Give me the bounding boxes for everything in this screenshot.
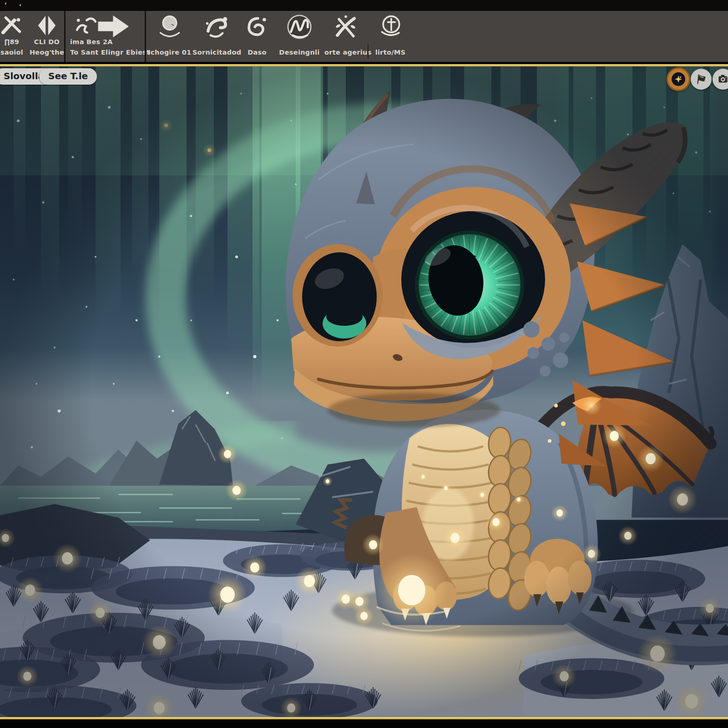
toolbar-divider [64, 11, 66, 62]
image-viewport: Slovolla See T.le [0, 66, 728, 717]
dragon-aurora-scene [0, 66, 728, 717]
toolbar-item-ichogire[interactable]: Ichogire 01 [147, 11, 192, 62]
flag-icon [694, 72, 708, 86]
pencil-strike-icon [0, 14, 24, 39]
gold-trim-bottom [0, 717, 728, 719]
toolbar-item-sornicitadod[interactable]: Sornicitadod [192, 11, 241, 62]
sphere-icon [157, 14, 183, 41]
brush-swirl-icon [203, 14, 230, 41]
toolbar: ∏89 saoiol CLI DO Heog'the ima Bes 2A To… [0, 11, 728, 65]
gold-trim-top [0, 64, 728, 66]
toolbar-item-heogthe[interactable]: CLI DO Heog'the [29, 11, 65, 62]
coin-button[interactable] [667, 67, 690, 91]
toolbar-item-lirto-ms[interactable]: lirto/MS [369, 11, 411, 62]
tag-pill-see-tle[interactable]: See T.le [39, 68, 97, 85]
m-scribble-icon [285, 14, 313, 42]
camera-icon [716, 72, 728, 86]
split-diamond-icon [35, 14, 58, 39]
scribble-arrow-icon [71, 14, 140, 40]
badge-circle-icon [377, 14, 404, 41]
strip-mark: ’ [5, 1, 7, 8]
spiral-icon [244, 14, 270, 41]
toolbar-divider [368, 45, 369, 58]
flag-button[interactable] [691, 69, 712, 90]
toolbar-item-orte-agerius[interactable]: orte agerius [324, 11, 367, 62]
toolbar-item-deseingnli[interactable]: Deseingnli [273, 11, 325, 62]
toolbar-item-send[interactable]: ima Bes 2A To Sant Elingr Ebiest [66, 11, 145, 62]
toolbar-divider [145, 11, 146, 62]
title-strip: ’ ‹ [0, 0, 728, 11]
crossed-brushes-icon [333, 14, 359, 41]
sparkle-coin-icon [674, 75, 683, 84]
vignette [0, 66, 728, 717]
toolbar-item-daso[interactable]: Daso [241, 11, 273, 62]
toolbar-item-saoiol[interactable]: ∏89 saoiol [0, 11, 30, 62]
back-chevron-icon[interactable]: ‹ [19, 1, 21, 8]
bottom-bar [0, 719, 728, 728]
